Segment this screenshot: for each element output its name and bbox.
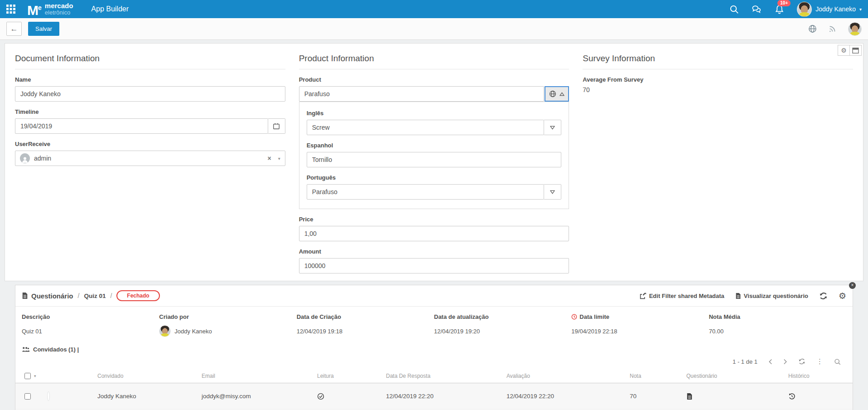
- breadcrumb-root[interactable]: Questionário: [31, 292, 73, 300]
- back-button[interactable]: ←: [6, 22, 22, 36]
- questionnaire-metadata: Descrição Quiz 01 Criado por Joddy Kanek…: [15, 307, 853, 342]
- chat-icon[interactable]: [752, 4, 762, 14]
- meta-data-limite: Data limite 19/04/2019 22:18: [571, 313, 709, 337]
- cell-nota: 70: [622, 393, 679, 400]
- questionnaire-document-icon[interactable]: [686, 393, 781, 400]
- search-icon[interactable]: [729, 4, 739, 14]
- refresh-icon[interactable]: [819, 292, 828, 300]
- search-icon[interactable]: [834, 358, 841, 365]
- gear-icon[interactable]: ⚙: [839, 291, 846, 301]
- save-button[interactable]: Salvar: [28, 22, 59, 36]
- edit-filter-icon: [640, 293, 646, 299]
- cell-avaliacao: 12/04/2019 22:20: [499, 393, 622, 400]
- cell-convidado: Joddy Kaneko: [90, 393, 194, 400]
- ingles-field[interactable]: [307, 120, 545, 135]
- history-icon[interactable]: [788, 393, 853, 400]
- average-from-survey-value: 70: [583, 86, 853, 93]
- espanhol-field[interactable]: [307, 152, 562, 167]
- table-pagination: 1 - 1 de 1 ⋮: [15, 354, 853, 369]
- guests-toggle[interactable]: Convidados (1) |: [15, 342, 853, 354]
- guests-table-header: ▾ Convidado Email Leitura Data De Respos…: [15, 369, 853, 383]
- creator-avatar: [159, 325, 171, 337]
- ingles-dropdown-button[interactable]: [544, 120, 561, 135]
- price-field[interactable]: [299, 226, 569, 241]
- view-questionnaire-button[interactable]: Visualizar questionário: [735, 293, 808, 299]
- chevron-left-icon[interactable]: [768, 359, 772, 365]
- meta-nota-media: Nota Média 70.00: [709, 313, 846, 337]
- person-placeholder-icon: [20, 153, 30, 163]
- check-circle-icon: [317, 393, 379, 400]
- meta-descricao: Descrição Quiz 01: [22, 313, 159, 337]
- chevron-down-icon[interactable]: ▾: [34, 374, 36, 378]
- page-title: App Builder: [91, 5, 129, 13]
- breadcrumb-item[interactable]: Quiz 01: [84, 293, 106, 299]
- product-label: Product: [299, 76, 569, 83]
- amount-field[interactable]: [299, 258, 569, 273]
- kebab-menu-icon[interactable]: ⋮: [816, 357, 823, 366]
- col-nota[interactable]: Nota: [622, 373, 679, 379]
- section-title: Product Information: [299, 49, 569, 69]
- amount-label: Amount: [299, 248, 569, 255]
- col-data-de-resposta[interactable]: Data De Resposta: [379, 373, 499, 379]
- notifications-bell-icon[interactable]: 10+: [774, 4, 784, 14]
- portugues-label: Português: [307, 174, 562, 181]
- chevron-down-icon: ▾: [859, 7, 862, 12]
- guest-avatar: [48, 392, 49, 400]
- product-field[interactable]: [299, 86, 545, 102]
- col-questionario[interactable]: Questionário: [679, 373, 781, 379]
- card-settings-button[interactable]: ⚙: [838, 45, 850, 56]
- col-historico[interactable]: Histórico: [781, 373, 853, 379]
- table-row[interactable]: Joddy Kaneko joddyk@misy.com 12/04/2019 …: [15, 383, 853, 410]
- card-window-button[interactable]: [849, 45, 862, 56]
- logo-mark: Me: [27, 1, 41, 17]
- dropdown-triangle-icon: [550, 190, 555, 194]
- portugues-dropdown-button[interactable]: [544, 184, 561, 200]
- collapse-triangle-icon: [559, 92, 564, 96]
- espanhol-label: Espanhol: [307, 142, 562, 149]
- toolbar-user-avatar[interactable]: [848, 22, 862, 36]
- timeline-field[interactable]: [15, 118, 268, 134]
- pagination-range: 1 - 1 de 1: [733, 358, 757, 365]
- user-avatar: [797, 2, 812, 17]
- average-from-survey-label: Average From Survey: [583, 76, 853, 83]
- close-icon[interactable]: ×: [849, 282, 856, 289]
- userreceive-value: admin: [34, 155, 51, 162]
- calendar-button[interactable]: [268, 118, 285, 134]
- chevron-right-icon[interactable]: [783, 359, 787, 365]
- guests-label: Convidados (1) |: [33, 346, 79, 353]
- logo-text: mercado eletrônico: [45, 2, 73, 15]
- price-label: Price: [299, 216, 569, 223]
- col-email[interactable]: Email: [194, 373, 310, 379]
- portugues-field[interactable]: [307, 184, 545, 200]
- cell-data-de-resposta: 12/04/2019 22:20: [379, 393, 499, 400]
- people-icon: [22, 347, 29, 352]
- col-convidado[interactable]: Convidado: [90, 373, 194, 379]
- edit-filter-button[interactable]: Edit Filter shared Metadata: [640, 293, 724, 299]
- cell-email: joddyk@misy.com: [194, 393, 310, 400]
- mercado-eletronico-logo[interactable]: Me mercado eletrônico: [27, 1, 73, 17]
- clear-selection-icon[interactable]: ×: [267, 155, 271, 162]
- document-icon: [735, 293, 741, 299]
- rss-icon[interactable]: [829, 25, 836, 33]
- col-avaliacao[interactable]: Avaliação: [499, 373, 622, 379]
- questionnaire-header: Questionário / Quiz 01 / Fechado Edit Fi…: [15, 285, 853, 307]
- userreceive-select[interactable]: admin × ▾: [15, 151, 285, 166]
- name-label: Name: [15, 76, 285, 83]
- apps-grid-icon[interactable]: [6, 5, 15, 14]
- user-menu[interactable]: Joddy Kaneko ▾: [797, 2, 862, 17]
- timeline-label: Timeline: [15, 108, 285, 115]
- calendar-icon: [273, 122, 280, 130]
- col-leitura[interactable]: Leitura: [310, 373, 379, 379]
- select-caret-icon[interactable]: ▾: [278, 156, 280, 161]
- survey-information-section: Survey Information Average From Survey 7…: [583, 49, 853, 273]
- userreceive-label: UserReceive: [15, 141, 285, 147]
- select-all-checkbox[interactable]: [24, 373, 31, 379]
- refresh-icon[interactable]: [798, 358, 805, 365]
- globe-icon[interactable]: [808, 24, 817, 33]
- gear-icon: ⚙: [841, 47, 847, 54]
- status-badge: Fechado: [116, 290, 159, 301]
- document-information-section: Document Information Name Timeline UserR…: [15, 49, 285, 273]
- row-checkbox[interactable]: [24, 393, 31, 400]
- product-translations-toggle[interactable]: [545, 86, 569, 102]
- name-field[interactable]: [15, 86, 285, 102]
